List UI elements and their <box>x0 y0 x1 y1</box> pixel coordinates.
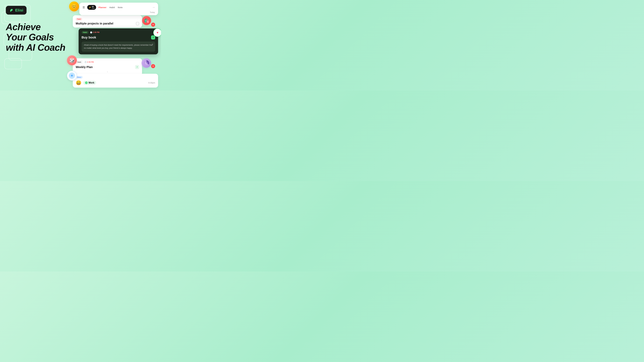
chevron-down-icon[interactable]: ⌄ <box>76 70 139 72</box>
weekly-title: Weekly Plan <box>76 65 92 69</box>
right-section: 😊 ☰ ⚡ 32 2345 Planner Habit Note ··· Tod… <box>62 0 161 90</box>
add-item-button-top[interactable]: + <box>151 22 155 27</box>
habit-label: Habit <box>82 31 88 34</box>
diary-time: 9:30pm <box>148 82 155 84</box>
logo-box[interactable]: Elisi <box>6 6 26 14</box>
habit-time: 🕑 2:30 PM <box>90 31 100 33</box>
streak-sub: 2345 <box>92 8 95 9</box>
task-checkbox[interactable] <box>136 22 139 25</box>
streak-badge: ⚡ 32 2345 <box>87 5 96 10</box>
app-bar-card: ☰ ⚡ 32 2345 Planner Habit Note ··· Today <box>79 2 158 15</box>
diary-emoji: 😄 <box>76 80 82 85</box>
headline: Achieve Your Goals with AI Coach <box>6 22 67 53</box>
clock-icon-2: 🕑 <box>84 61 86 63</box>
task-title: Multiple projects in parallel <box>76 22 113 25</box>
close-icon[interactable]: ✕ <box>152 43 154 46</box>
tab-habit[interactable]: Habit <box>110 6 115 8</box>
habit-description-text: Afraid of buying a book that doesn't mee… <box>84 44 152 49</box>
avatar-dice: 🛍️ <box>142 16 151 25</box>
work-dot-icon: ✓ <box>85 81 88 84</box>
habit-dark-card: Habit 🕑 2:30 PM Buy book 7 Afraid of buy… <box>78 28 158 54</box>
habit-title: Buy book <box>82 35 96 39</box>
headline-line2: Your Goals <box>6 32 67 42</box>
hamburger-icon[interactable]: ☰ <box>82 6 85 9</box>
habit-number-badge: 7 <box>151 35 155 39</box>
streak-number: 32 <box>92 5 94 8</box>
weekly-time-value: 2:30 PM <box>87 61 94 63</box>
add-item-button-bottom[interactable]: + <box>151 64 155 68</box>
avatar-eye-target <box>67 71 77 81</box>
tab-note[interactable]: Note <box>118 6 123 8</box>
headline-line1: Achieve <box>6 22 67 32</box>
logo-text: Elisi <box>15 8 23 12</box>
avatar-heart: ♥ <box>153 28 161 37</box>
weekly-time: 🕑 2:30 PM <box>84 61 94 63</box>
avatar-pie-chart <box>142 58 151 68</box>
tab-planner[interactable]: Planner <box>98 6 106 8</box>
diary-work-text: Work <box>88 81 94 84</box>
more-options-icon[interactable]: ··· <box>153 6 155 9</box>
svg-point-5 <box>72 75 72 76</box>
avatar-smiley: 😊 <box>69 1 79 11</box>
habit-time-value: 2:30 PM <box>93 31 100 33</box>
left-section: Elisi Achieve Your Goals with AI Coach <box>6 6 67 53</box>
clock-icon: 🕑 <box>90 31 92 33</box>
diary-work-badge: ✓ Work <box>83 81 96 85</box>
task-label: Task <box>76 18 82 20</box>
weekly-number-badge: 7 <box>135 65 139 69</box>
habit-description-box: Afraid of buying a book that doesn't mee… <box>82 41 155 52</box>
task-card: Task Multiple projects in parallel <box>73 15 142 27</box>
logo-icon <box>9 8 14 12</box>
weekly-plan-card: Habit 🕑 2:30 PM Weekly Plan 7 ⌄ <box>73 58 142 75</box>
bg-decoration-6 <box>4 58 22 69</box>
headline-line3: with AI Coach <box>6 42 67 53</box>
nav-tabs: Planner Habit Note <box>98 6 150 8</box>
today-label: Today <box>82 11 155 13</box>
bolt-icon: ⚡ <box>89 6 91 8</box>
avatar-robot: 🎲 <box>67 55 77 65</box>
diary-card: Diary 😄 ✓ Work 9:30pm <box>73 74 158 88</box>
